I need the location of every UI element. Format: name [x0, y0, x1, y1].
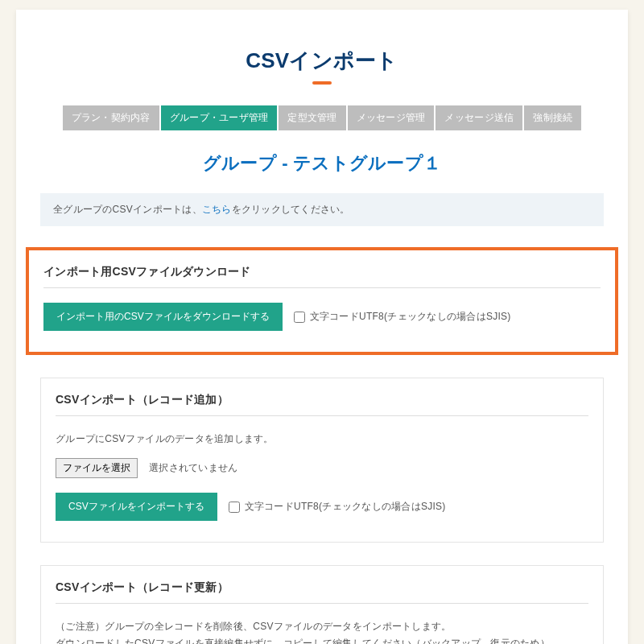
download-heading: インポート用CSVファイルダウンロード — [43, 265, 601, 288]
import-add-section: CSVインポート（レコード追加） グループにCSVファイルのデータを追加します。… — [40, 378, 604, 543]
tab-templates[interactable]: 定型文管理 — [279, 105, 345, 130]
import-add-utf8-checkbox-label: 文字コードUTF8(チェックなしの場合はSJIS) — [245, 500, 446, 514]
download-utf8-checkbox-input[interactable] — [294, 312, 305, 323]
title-accent — [312, 81, 332, 85]
tab-plan[interactable]: プラン・契約内容 — [63, 105, 159, 130]
page-card: CSVインポート プラン・契約内容 グループ・ユーザ管理 定型文管理 メッセージ… — [16, 10, 628, 644]
tab-message-admin[interactable]: メッセージ管理 — [348, 105, 435, 130]
download-highlight: インポート用CSVファイルダウンロード インポート用のCSVファイルをダウンロー… — [26, 247, 618, 355]
tab-force-connect[interactable]: 強制接続 — [524, 105, 581, 130]
import-update-desc-line1: （ご注意）グループの全レコードを削除後、CSVファイルのデータをインポートします… — [56, 621, 451, 632]
download-csv-button[interactable]: インポート用のCSVファイルをダウンロードする — [43, 303, 283, 331]
import-add-utf8-checkbox[interactable]: 文字コードUTF8(チェックなしの場合はSJIS) — [229, 500, 446, 514]
import-add-desc: グループにCSVファイルのデータを追加します。 — [56, 431, 588, 447]
import-update-desc-line2: ダウンロードしたCSVファイルを直接編集せずに、コピーして編集してください（バッ… — [56, 638, 559, 644]
import-add-utf8-checkbox-input[interactable] — [229, 502, 240, 513]
group-heading: グループ - テストグループ１ — [40, 151, 604, 175]
notice-suffix: をクリックしてください。 — [232, 204, 350, 215]
download-utf8-checkbox-label: 文字コードUTF8(チェックなしの場合はSJIS) — [310, 310, 511, 324]
download-section: インポート用CSVファイルダウンロード インポート用のCSVファイルをダウンロー… — [29, 250, 615, 352]
import-add-submit-button[interactable]: CSVファイルをインポートする — [56, 493, 217, 521]
page-title: CSVインポート — [40, 47, 604, 75]
import-add-heading: CSVインポート（レコード追加） — [56, 393, 588, 416]
import-update-desc: （ご注意）グループの全レコードを削除後、CSVファイルのデータをインポートします… — [56, 618, 588, 644]
tab-message-send[interactable]: メッセージ送信 — [436, 105, 522, 130]
import-add-file-status: 選択されていません — [149, 461, 237, 475]
notice-link[interactable]: こちら — [202, 204, 232, 215]
import-add-file-choose-button[interactable]: ファイルを選択 — [56, 458, 138, 478]
all-groups-notice: 全グループのCSVインポートは、こちらをクリックしてください。 — [40, 193, 604, 226]
download-utf8-checkbox[interactable]: 文字コードUTF8(チェックなしの場合はSJIS) — [294, 310, 511, 324]
import-update-section: CSVインポート（レコード更新） （ご注意）グループの全レコードを削除後、CSV… — [40, 565, 604, 644]
import-update-heading: CSVインポート（レコード更新） — [56, 580, 588, 604]
tab-bar: プラン・契約内容 グループ・ユーザ管理 定型文管理 メッセージ管理 メッセージ送… — [40, 105, 604, 130]
tab-group-user[interactable]: グループ・ユーザ管理 — [161, 105, 278, 130]
notice-prefix: 全グループのCSVインポートは、 — [53, 204, 202, 215]
